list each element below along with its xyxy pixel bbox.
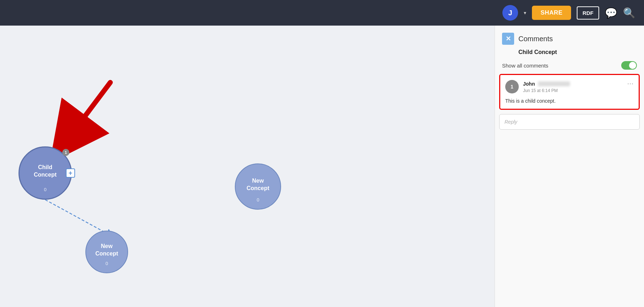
close-button[interactable]: ✕ [502,33,514,45]
child-concept-count: 0 [44,187,46,192]
comment-icon[interactable]: 💬 [605,7,617,19]
comments-node-name: Child Concept [495,48,644,58]
svg-line-1 [68,82,110,139]
comment-author-row: John ··· [523,80,634,87]
comment-avatar-number: 1 [511,84,513,90]
new-concept-bottom-node[interactable]: NewConcept 0 [85,231,128,273]
canvas[interactable]: 1 ChildConcept 0 + NewConcept 0 NewConce… [0,26,495,307]
comment-meta: John ··· Jun 15 at 6:14 PM [523,80,634,96]
add-button[interactable]: + [66,168,75,178]
connection-line [45,200,110,235]
new-concept-right-count: 0 [257,197,259,203]
show-all-label: Show all comments [502,63,548,69]
child-concept-label: ChildConcept [30,164,60,179]
new-concept-bottom-count: 0 [105,261,108,266]
comment-author: John [523,81,535,87]
child-concept-node[interactable]: 1 ChildConcept 0 + [19,146,72,200]
comment-avatar: 1 [505,80,519,93]
comment-author-area: John [523,81,570,87]
new-concept-right-node[interactable]: NewConcept 0 [235,163,281,210]
search-icon[interactable]: 🔍 [623,7,635,19]
new-concept-right-label: NewConcept [243,177,273,192]
new-concept-bottom-label: NewConcept [92,243,122,258]
comments-panel: ✕ Comments Child Concept Show all commen… [495,26,644,307]
share-button[interactable]: SHARE [532,6,571,20]
comment-badge: 1 [62,149,69,156]
reply-input-area[interactable]: Reply [499,114,640,130]
comment-timestamp: Jun 15 at 6:14 PM [523,88,634,93]
rdf-button[interactable]: RDF [577,6,599,20]
main-area: 1 ChildConcept 0 + NewConcept 0 NewConce… [0,26,644,307]
comment-author-surname [538,81,570,86]
comment-text: This is a child concept. [505,98,634,104]
new-concept-bottom-circle: NewConcept 0 [85,231,128,273]
comment-card: 1 John ··· Jun 15 at 6:14 PM This is a c… [499,74,640,110]
chevron-down-icon[interactable]: ▾ [524,10,526,16]
new-concept-right-circle: NewConcept 0 [235,163,281,210]
show-all-row: Show all comments [495,58,644,74]
reply-placeholder: Reply [505,119,517,125]
user-initial: J [508,9,512,17]
user-avatar[interactable]: J [502,5,518,21]
toggle-knob [629,62,636,69]
comments-title: Comments [518,35,553,43]
comment-card-inner: 1 John ··· Jun 15 at 6:14 PM [505,80,634,96]
show-all-toggle[interactable] [621,61,637,70]
header: J ▾ SHARE RDF 💬 🔍 [0,0,644,26]
child-concept-circle: 1 ChildConcept 0 + [19,146,72,200]
red-arrow [46,75,117,157]
comments-header: ✕ Comments [495,26,644,48]
comment-more-button[interactable]: ··· [627,80,634,87]
